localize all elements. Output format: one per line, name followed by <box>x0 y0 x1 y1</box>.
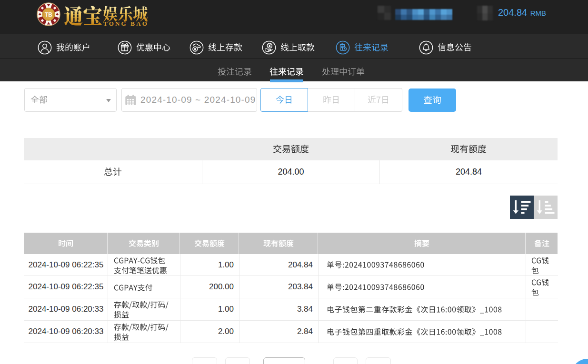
svg-text:TB: TB <box>45 11 52 18</box>
svg-text:TONG BAO: TONG BAO <box>103 20 149 27</box>
